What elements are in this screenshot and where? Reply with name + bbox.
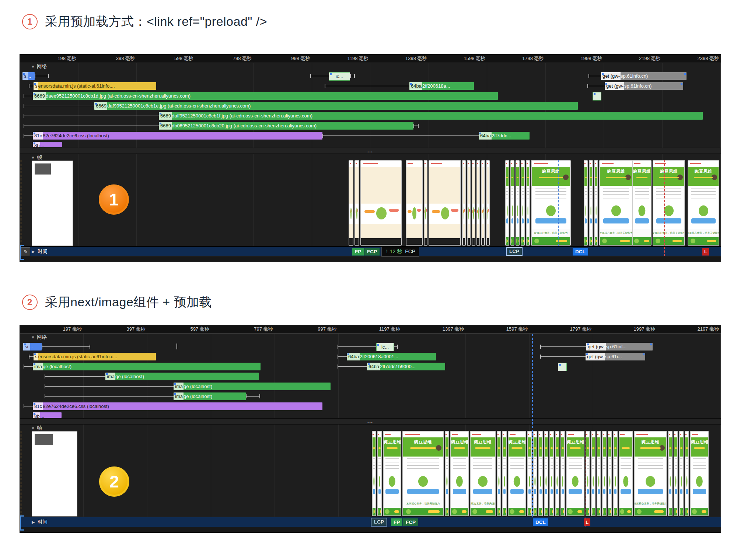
filmstrip-frame[interactable]: 豌豆思维发展核心素养，培养关键能力 [599,160,633,246]
horizontal-scrollbar[interactable] [20,257,721,262]
network-request-bar[interactable]: ic... [376,343,394,351]
timeline-ruler[interactable]: 198 毫秒398 毫秒598 毫秒798 毫秒998 毫秒1198 毫秒139… [20,54,721,63]
filmstrip-frame[interactable]: 豌豆思维 [566,431,584,516]
filmstrip-frame[interactable]: 豌豆思维发展核心素养，培养关键能力 [402,431,444,516]
network-request-bar[interactable]: 64ba2ff200618a... [409,82,474,90]
filmstrip-frame[interactable] [538,431,543,516]
filmstrip-frame[interactable] [445,431,449,516]
network-request-bar[interactable]: image (localhost) [174,392,246,400]
filmstrip-frame[interactable] [685,431,689,516]
network-request-bar[interactable]: si... [23,343,42,351]
timings-track[interactable]: ▶时间LCPFPFCPDCLL [20,517,721,527]
filmstrip-frame[interactable]: 豌豆思维 [450,431,469,516]
filmstrip-frame[interactable] [360,160,402,246]
timing-badge-l[interactable]: L [702,248,709,256]
timing-badge-fcp[interactable]: FCP [403,518,418,526]
frames-section-header[interactable]: ▼帧 [31,154,42,161]
filmstrip-frame[interactable]: 豌豆思维发展核心素养，培养关键能力 [470,431,496,516]
timing-badge-fcp[interactable]: FCP [364,248,380,256]
filmstrip-frame[interactable] [560,431,565,516]
filmstrip-frame[interactable] [591,431,595,516]
filmstrip-frame[interactable] [516,160,520,246]
filmstrip-frame[interactable] [377,431,382,516]
horizontal-scrollbar[interactable] [20,527,721,532]
filmstrip-frame-blank[interactable] [32,161,73,246]
filmstrip-frame[interactable]: 豌豆思维 [632,160,652,246]
filmstrip-frame[interactable] [584,160,588,246]
filmstrip-frame[interactable] [613,431,618,516]
network-request-bar[interactable]: 64ba2ff200618a0001... [347,353,436,360]
filmstrip-frame[interactable] [462,160,466,246]
network-request-bar[interactable]: ic... [329,72,350,81]
network-request-bar[interactable]: 64ba2ff7ddc... [479,132,530,140]
filmstrip-frame[interactable]: 豌豆思维发展核心素养，培养关键能力 [688,160,719,246]
filmstrip-frame[interactable] [521,160,525,246]
filmstrip-frame[interactable]: 豌豆思维 [690,431,709,516]
filmstrip-frame[interactable] [467,160,471,246]
filmstrip-frame[interactable] [406,160,423,246]
network-request-bar[interactable]: 6669db069521250001c8cb20.jpg (ai-cdn.oss… [159,122,413,130]
network-request-bar[interactable]: get (gw-sp.61info.cn) [601,72,687,80]
network-request-bar[interactable]: get (gw-sp.61inf... [586,343,653,351]
timing-badge-lcp[interactable]: LCP [506,247,523,256]
network-request-bar[interactable]: get (gw-sp.61i... [586,353,645,360]
filmstrip-frame[interactable] [472,160,475,246]
network-request-bar[interactable] [593,92,601,101]
filmstrip-frame[interactable]: 豌豆思维发展核心素养，培养关键能力 [634,431,667,516]
network-request-bar[interactable]: 81c82e7624de2ce6.css (localhost) [33,132,322,140]
timing-badge-dcl[interactable]: DCL [533,518,548,526]
network-request-bar[interactable]: get (gw-sp.61info.cn) [605,82,683,90]
filmstrip-frame[interactable] [526,160,530,246]
filmstrip-frame[interactable]: 豌豆思维 [383,431,401,516]
filmstrip-frame[interactable] [594,160,598,246]
network-request-bar[interactable]: s... [22,72,35,80]
network-request-bar[interactable]: image (localhost) [33,363,261,370]
filmstrip-frame[interactable]: 豌豆思维 [508,431,526,516]
filmstrip-frame[interactable]: 豌豆思维发展核心素养，培养关键能力 [653,160,685,246]
filmstrip-frame[interactable] [674,431,678,516]
filmstrip-frame[interactable] [510,160,514,246]
network-request-bar[interactable]: 64ba2ff7ddc1b9000... [367,363,445,370]
network-request-bar[interactable]: 6669daff9521250001c8cb1f.jpg (ai-cdn.oss… [159,112,703,120]
network-section-header[interactable]: ▼网络 [31,334,47,341]
timing-badge-dcl[interactable]: DCL [573,248,588,256]
network-request-bar[interactable]: image (localhost) [174,383,331,390]
filmstrip-frame[interactable] [497,431,501,516]
filmstrip-frame[interactable] [608,431,612,516]
network-request-bar[interactable] [558,363,567,371]
timing-badge-lcp[interactable]: LCP [371,518,387,526]
filmstrip-frame[interactable] [429,160,461,246]
filmstrip-frame[interactable] [589,160,593,246]
filmstrip-frame[interactable] [597,431,601,516]
network-request-bar[interactable]: 8b... [33,412,62,418]
filmstrip-frame[interactable] [533,431,537,516]
filmstrip-frame[interactable] [544,431,548,516]
filmstrip-frame[interactable]: 豌豆思维发展核心素养，培养关键能力 [531,160,571,246]
filmstrip-frame[interactable] [354,160,359,246]
network-request-bar[interactable]: 6669daee9521250001c8cb1d.jpg (ai-cdn.oss… [33,92,498,100]
filmstrip-frame[interactable] [602,431,607,516]
network-request-bar[interactable]: 8b... [33,142,62,147]
timing-badge-fp[interactable]: FP [391,518,402,526]
filmstrip-frame[interactable] [555,431,559,516]
timeline-ruler[interactable]: 197 毫秒397 毫秒597 毫秒797 毫秒997 毫秒1197 毫秒139… [20,325,721,334]
filmstrip-frame[interactable] [481,160,485,246]
filmstrip-frame[interactable] [549,431,554,516]
section-resize-handle[interactable]: ••• [20,148,721,154]
filmstrip-frame[interactable] [505,160,509,246]
timings-track[interactable]: ✎▶时间FPFCPLCPDCLL1.12 秒FCP [20,246,721,256]
frames-section-header[interactable]: ▼帧 [31,425,42,432]
filmstrip-frame[interactable] [679,431,684,516]
network-request-bar[interactable]: sensorsdata.min.js (static-ai.61info.c..… [34,353,156,360]
filmstrip-frame[interactable] [476,160,480,246]
filmstrip-frame[interactable] [619,431,633,516]
section-resize-handle[interactable]: ••• [20,418,721,425]
network-section-header[interactable]: ▼网络 [31,63,47,70]
timing-badge-fp[interactable]: FP [352,248,364,256]
network-request-bar[interactable]: image (localhost) [105,373,259,380]
network-request-bar[interactable]: 6669daf99521250001c8cb1e.jpg (ai-cdn.oss… [94,102,578,110]
filmstrip-frame[interactable] [372,431,376,516]
filmstrip-frame[interactable] [527,431,532,516]
filmstrip-frame[interactable] [502,431,507,516]
timing-badge-l[interactable]: L [584,518,590,526]
